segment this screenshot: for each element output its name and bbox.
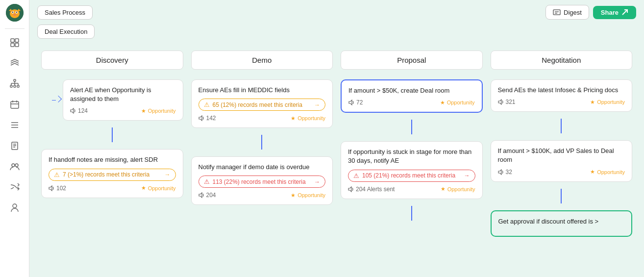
card-disc-2-title: If handoff notes are missing, alert SDR: [49, 155, 176, 164]
card-disc-2-tag: ★ Opportunity: [141, 185, 176, 191]
card-neg-1-footer: 321 ★ Opportunity: [498, 99, 625, 105]
svg-rect-22: [11, 101, 19, 108]
demo-2-badge-text: 113 (22%) records meet this criteria: [213, 178, 306, 185]
header: Sales Process Digest Share: [29, 0, 644, 23]
digest-icon: [553, 8, 561, 16]
main-content: Sales Process Digest Share Deal Exec: [29, 0, 644, 277]
card-disc-1-count: 124: [70, 107, 88, 114]
share-arrow-icon: [621, 9, 628, 16]
card-neg-1-title: Send AEs the latest Infosec & Pricing do…: [498, 86, 625, 95]
column-discovery: Discovery Alert AE when Opportunity is a…: [37, 50, 187, 237]
card-prop-1-count: 72: [348, 99, 363, 106]
svg-rect-16: [17, 85, 19, 87]
card-disc-1[interactable]: Alert AE when Opportunity is assigned to…: [63, 79, 183, 121]
column-negotiation: Negotitation Send AEs the latest Infosec…: [487, 50, 637, 237]
sidebar-item-layers[interactable]: [6, 54, 24, 72]
card-prop-2-count: 204 Alerts sent: [348, 186, 395, 193]
columns-wrapper: Discovery Alert AE when Opportunity is a…: [37, 50, 636, 237]
sidebar-item-list[interactable]: [6, 116, 24, 134]
canvas: Discovery Alert AE when Opportunity is a…: [29, 43, 644, 277]
card-neg-2[interactable]: If amount > $100K, add VP Sales to Deal …: [491, 140, 633, 181]
sidebar-item-layout[interactable]: [6, 34, 24, 51]
card-prop-2-title: If opportunity is stuck in stage for mor…: [348, 148, 475, 165]
prop-2-badge-text: 105 (21%) records meet this criteria: [362, 172, 455, 179]
demo-1-alert[interactable]: ⚠ 65 (12%) records meet this criteria →: [198, 99, 326, 111]
svg-marker-41: [49, 186, 52, 191]
sidebar-item-calendar[interactable]: [6, 96, 24, 113]
avatar[interactable]: [6, 4, 24, 22]
sidebar-item-shuffle[interactable]: [6, 178, 24, 196]
svg-marker-45: [348, 187, 351, 192]
speaker-icon-2: [49, 185, 54, 191]
column-proposal: Proposal If amount > $50K, create Deal r…: [337, 50, 487, 237]
svg-point-33: [12, 164, 15, 167]
card-demo-1[interactable]: Ensure AEs fill in MEDDIC fields ⚠ 65 (1…: [191, 79, 333, 128]
card-neg-2-title: If amount > $100K, add VP Sales to Deal …: [498, 147, 625, 164]
card-disc-2[interactable]: If handoff notes are missing, alert SDR …: [41, 149, 183, 198]
digest-button[interactable]: Digest: [545, 5, 589, 20]
sidebar: [0, 0, 29, 277]
svg-rect-10: [15, 39, 19, 42]
card-prop-1-footer: 72 ★ Opportunity: [348, 99, 475, 106]
card-demo-2-footer: 204 ★ Opportunity: [198, 192, 326, 199]
card-disc-1-footer: 124 ★ Opportunity: [70, 107, 176, 114]
column-demo: Demo Ensure AEs fill in MEDDIC fields ⚠ …: [187, 50, 337, 237]
sub-header: Deal Execution: [29, 23, 644, 43]
card-demo-2-count: 204: [198, 192, 216, 199]
prop-2-alert[interactable]: ⚠ 105 (21%) records meet this criteria →: [348, 170, 475, 182]
demo-header: Demo: [191, 50, 333, 70]
demo-2-alert[interactable]: ⚠ 113 (22%) records meet this criteria →: [198, 176, 326, 188]
svg-point-35: [13, 204, 17, 208]
sidebar-item-org[interactable]: [6, 75, 24, 93]
card-demo-1-footer: 142 ★ Opportunity: [198, 115, 326, 122]
header-tabs: Sales Process: [37, 5, 93, 20]
card-neg-1-tag: ★ Opportunity: [590, 99, 625, 105]
card-prop-2-tag: ★ Opportunity: [441, 186, 475, 192]
card-demo-1-count: 142: [198, 115, 216, 122]
card-disc-2-count: 102: [49, 185, 66, 192]
sidebar-item-group[interactable]: [6, 157, 24, 175]
tab-deal-execution[interactable]: Deal Execution: [37, 25, 95, 39]
digest-label: Digest: [564, 9, 582, 16]
disc-2-alert[interactable]: ⚠ 7 (>1%) records meet this criteria →: [49, 169, 176, 181]
svg-rect-14: [10, 85, 12, 87]
card-neg-1-count: 321: [498, 99, 516, 105]
svg-rect-36: [553, 10, 560, 15]
header-actions: Digest Share: [545, 5, 636, 20]
card-demo-1-tag: ★ Opportunity: [291, 115, 325, 122]
sidebar-item-clipboard[interactable]: [6, 137, 24, 154]
proposal-header: Proposal: [341, 50, 483, 70]
svg-point-5: [16, 12, 17, 13]
speaker-icon-6: [348, 186, 354, 192]
share-label: Share: [601, 9, 619, 16]
svg-marker-42: [199, 116, 202, 121]
card-neg-3[interactable]: Get approval if discount offered is >: [491, 210, 633, 237]
card-prop-1-tag: ★ Opportunity: [440, 100, 475, 106]
card-neg-1[interactable]: Send AEs the latest Infosec & Pricing do…: [491, 79, 633, 112]
svg-point-4: [12, 12, 13, 13]
card-prop-1[interactable]: If amount > $50K, create Deal room 72 ★ …: [341, 79, 483, 113]
card-prop-2[interactable]: If opportunity is stuck in stage for mor…: [341, 141, 483, 199]
card-neg-2-footer: 32 ★ Opportunity: [498, 169, 625, 176]
svg-rect-15: [14, 85, 16, 87]
card-neg-3-title: Get approval if discount offered is >: [498, 217, 625, 226]
disc-2-badge-text: 7 (>1%) records meet this criteria: [63, 171, 149, 178]
card-disc-1-title: Alert AE when Opportunity is assigned to…: [70, 86, 176, 103]
share-button[interactable]: Share: [593, 6, 636, 19]
discovery-header: Discovery: [41, 50, 183, 70]
card-demo-2[interactable]: Notify manager if demo date is overdue ⚠…: [191, 156, 333, 205]
svg-rect-9: [11, 39, 14, 42]
negotiation-header: Negotitation: [491, 50, 633, 70]
sidebar-item-person[interactable]: [6, 199, 24, 216]
svg-marker-47: [498, 170, 501, 175]
speaker-icon-5: [348, 100, 354, 105]
speaker-icon-7: [498, 99, 504, 105]
card-demo-2-title: Notify manager if demo date is overdue: [198, 163, 326, 172]
card-demo-2-tag: ★ Opportunity: [291, 192, 325, 199]
speaker-icon-4: [198, 192, 204, 198]
card-demo-1-title: Ensure AEs fill in MEDDIC fields: [198, 86, 326, 95]
tab-sales-process[interactable]: Sales Process: [37, 5, 93, 20]
card-disc-2-footer: 102 ★ Opportunity: [49, 185, 176, 192]
svg-point-6: [13, 14, 16, 16]
speaker-icon-3: [198, 115, 204, 121]
